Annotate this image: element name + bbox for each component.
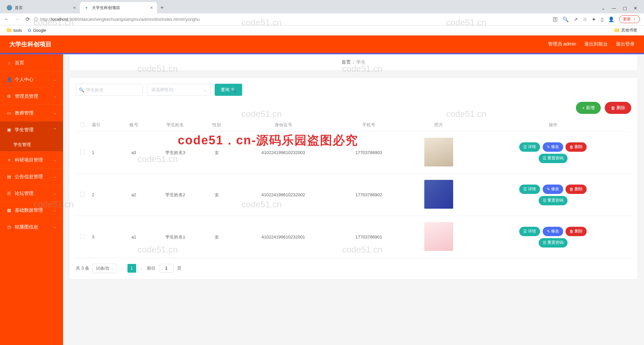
browser-tab[interactable]: ▼ 大学生科创项目 × [80, 2, 157, 13]
edit-button[interactable]: ✎修改 [543, 142, 563, 152]
profile-icon[interactable]: 👤 [608, 16, 614, 22]
chevron-icon: ⌄ [53, 94, 56, 98]
per-page-select[interactable]: 10条/页 [93, 264, 116, 273]
sidebar-item[interactable]: ▤公告信息管理⌄ [0, 168, 63, 185]
column-header: 身份证号 [231, 119, 335, 132]
close-window-icon[interactable]: ✕ [634, 6, 637, 11]
cell-index: 2 [89, 174, 119, 216]
delete-row-button[interactable]: 🗑删除 [566, 227, 587, 236]
add-button[interactable]: +新增 [576, 102, 601, 114]
sidebar-item[interactable]: ▦基础数据管理⌄ [0, 202, 63, 218]
sidebar-item[interactable]: 👤个人中心⌄ [0, 71, 63, 88]
checkbox[interactable] [80, 192, 85, 197]
bookmark-star-icon[interactable]: ☆ [583, 16, 587, 22]
user-label[interactable]: 管理员 admin [548, 41, 576, 47]
update-button[interactable]: 更新 [619, 15, 640, 23]
cell-ops: ☰详情 ✎修改 🗑删除 ☰重置密码 [475, 216, 631, 258]
sidebar-item-label: 基础数据管理 [15, 207, 43, 213]
breadcrumb-home[interactable]: 首页 [341, 59, 351, 65]
close-icon[interactable]: × [150, 5, 153, 10]
checkbox[interactable] [80, 122, 85, 127]
name-input[interactable] [76, 84, 143, 96]
delete-button[interactable]: 🗑删除 [605, 102, 631, 114]
cell-photo [402, 216, 475, 258]
search-icon: 🔍 [231, 87, 236, 92]
reload-icon[interactable]: ⟳ [25, 16, 30, 22]
page-unit: 页 [177, 265, 181, 271]
delete-row-button[interactable]: 🗑删除 [566, 142, 587, 152]
cell-idcard: 410224199610232001 [231, 216, 335, 258]
cell-photo [402, 132, 475, 174]
edit-button[interactable]: ✎修改 [543, 227, 563, 236]
page-number[interactable]: 1 [127, 264, 136, 273]
app-title: 大学生科创项目 [9, 40, 52, 48]
goto-page-input[interactable] [159, 264, 174, 273]
minimize-icon[interactable]: — [612, 6, 616, 11]
reset-password-button[interactable]: ☰重置密码 [539, 238, 568, 248]
photo-thumbnail[interactable] [424, 222, 453, 251]
sidebar-item[interactable]: ⌂首页 [0, 54, 63, 71]
delete-row-button[interactable]: 🗑删除 [566, 185, 587, 194]
nav-icon: ▭ [7, 111, 11, 116]
checkbox[interactable] [80, 150, 85, 154]
close-icon[interactable]: × [73, 5, 76, 10]
detail-button[interactable]: ☰详情 [519, 227, 540, 236]
tab-label: 首页 [15, 5, 23, 11]
reset-password-button[interactable]: ☰重置密码 [539, 154, 568, 163]
search-icon: 🔍 [79, 87, 84, 92]
sidebar-subitem[interactable]: 学生管理 [0, 138, 63, 151]
nav-icon: ⌂ [7, 60, 11, 65]
chevron-icon: ⌄ [53, 111, 56, 115]
back-icon[interactable]: ← [4, 16, 9, 22]
table-row: 3 a1 学生姓名1 女 410224199610232001 17703786… [76, 216, 631, 258]
chevron-icon: ⌄ [53, 175, 56, 179]
folder-icon [614, 28, 619, 32]
forward-icon[interactable]: → [15, 16, 20, 22]
list-icon: ☰ [523, 145, 527, 149]
gender-select[interactable]: 请选择性别 [147, 84, 211, 96]
nav-icon: ☰ [7, 191, 11, 196]
bookmark-tools[interactable]: tools [7, 28, 22, 33]
breadcrumb: 首页 / 学生 [70, 54, 637, 70]
next-page-icon[interactable]: › [140, 266, 144, 271]
bookmark-google[interactable]: GGoogle [28, 28, 46, 33]
reset-password-button[interactable]: ☰重置密码 [539, 196, 568, 205]
photo-thumbnail[interactable] [424, 138, 453, 166]
sidebar-item[interactable]: ◷轮播图信息⌄ [0, 218, 63, 235]
list-icon: ☰ [543, 198, 546, 203]
detail-button[interactable]: ☰详情 [519, 142, 540, 152]
sidebar-item[interactable]: ≡科研项目管理⌄ [0, 151, 63, 168]
sidebar-item-label: 轮播图信息 [15, 224, 38, 230]
maximize-icon[interactable]: ▢ [623, 6, 627, 11]
search-button[interactable]: 查询🔍 [215, 84, 242, 96]
photo-thumbnail[interactable] [424, 180, 453, 209]
url-input[interactable]: ⓘ http://localhost:8080/daxueshengkechua… [34, 16, 549, 22]
dropdown-icon[interactable]: ⌄ [601, 6, 605, 11]
panel-icon[interactable]: ▯ [601, 16, 603, 22]
new-tab-button[interactable]: + [157, 4, 167, 11]
sidebar-item[interactable]: ⚙管理员管理⌄ [0, 88, 63, 105]
exit-to-front-button[interactable]: 退出到前台 [584, 41, 608, 47]
filter-row: 🔍 请选择性别 查询🔍 [76, 84, 631, 96]
logout-button[interactable]: 退出登录 [616, 41, 635, 47]
detail-button[interactable]: ☰详情 [519, 185, 540, 194]
puzzle-icon[interactable]: ✦ [592, 16, 596, 22]
cell-idcard: 410224199610232003 [231, 132, 335, 174]
chevron-icon: ⌄ [53, 158, 56, 162]
zoom-icon[interactable]: 🔍 [562, 16, 569, 22]
bookmark-other[interactable]: 其他书签 [614, 27, 637, 33]
sidebar-item[interactable]: ☰论坛管理⌄ [0, 185, 63, 202]
cell-ops: ☰详情 ✎修改 🗑删除 ☰重置密码 [475, 174, 631, 216]
sidebar-item[interactable]: ▣学生管理⌃ [0, 121, 63, 138]
sidebar-item-label: 科研项目管理 [15, 157, 43, 163]
edit-button[interactable]: ✎修改 [543, 185, 563, 194]
key-icon[interactable]: ⚿ [553, 16, 558, 22]
share-icon[interactable]: ↗ [574, 16, 578, 22]
prev-page-icon[interactable]: ‹ [120, 266, 124, 271]
browser-tab[interactable]: 🌐 首页 × [3, 2, 80, 13]
vue-icon: ▼ [84, 5, 89, 10]
list-icon: ☰ [523, 187, 527, 192]
checkbox[interactable] [80, 234, 85, 239]
sidebar-item[interactable]: ▭教师管理⌄ [0, 105, 63, 121]
column-header: 账号 [119, 119, 149, 132]
